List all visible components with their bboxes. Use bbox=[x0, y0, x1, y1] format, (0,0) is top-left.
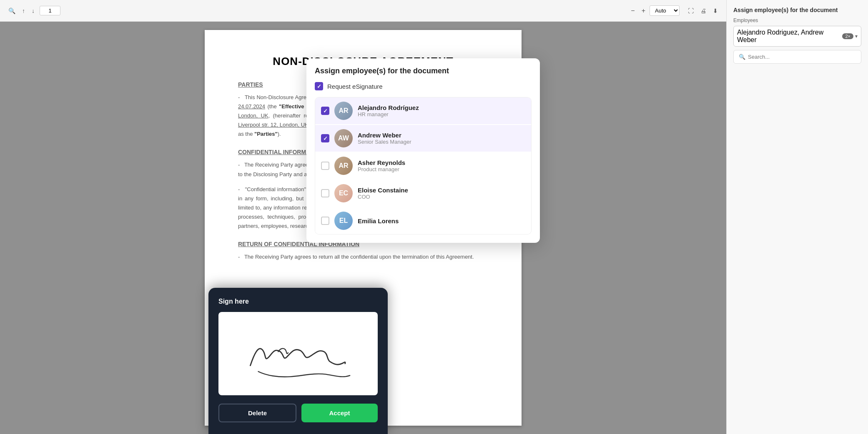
sign-modal: Sign here Delete Accept bbox=[208, 288, 388, 434]
download-icon[interactable]: ⬇ bbox=[711, 6, 720, 16]
search-icon[interactable]: 🔍 bbox=[7, 6, 17, 16]
emp-info-asher: Asher Reynolds Product manager bbox=[358, 159, 525, 172]
emp-name-alejandro: Alejandro Rodríguez bbox=[358, 104, 525, 111]
emp-role-asher: Product manager bbox=[358, 166, 525, 172]
checkbox-andrew[interactable] bbox=[321, 134, 329, 142]
zoom-out-button[interactable]: − bbox=[628, 6, 637, 15]
checkbox-asher[interactable] bbox=[321, 162, 329, 170]
zoom-select[interactable]: Auto 50% 75% 100% 125% 150% bbox=[650, 5, 680, 16]
emp-role-alejandro: HR manager bbox=[358, 111, 525, 117]
sign-modal-buttons: Delete Accept bbox=[218, 404, 378, 422]
pdf-toolbar: 🔍 ↑ ↓ 1 − + Auto 50% 75% 100% 125% 150% … bbox=[0, 0, 726, 22]
right-panel-title: Assign employee(s) for the document bbox=[733, 7, 861, 13]
emp-name-andrew: Andrew Weber bbox=[358, 132, 525, 139]
request-esig-row[interactable]: Request eSignature bbox=[315, 82, 532, 90]
search-icon: 🔍 bbox=[739, 54, 745, 60]
accept-button[interactable]: Accept bbox=[301, 404, 378, 422]
checkbox-eloise[interactable] bbox=[321, 189, 329, 197]
employee-item-alejandro[interactable]: AR Alejandro Rodríguez HR manager bbox=[315, 97, 531, 124]
toolbar-actions: ⛶ 🖨 ⬇ bbox=[686, 6, 720, 16]
emp-role-andrew: Senior Sales Manager bbox=[358, 139, 525, 145]
avatar-andrew: AW bbox=[334, 129, 353, 147]
page-up-icon[interactable]: ↑ bbox=[20, 6, 27, 16]
employee-item-asher[interactable]: AR Asher Reynolds Product manager bbox=[315, 152, 531, 179]
avatar-asher: AR bbox=[334, 157, 353, 175]
emp-info-andrew: Andrew Weber Senior Sales Manager bbox=[358, 132, 525, 145]
employee-item-eloise[interactable]: EC Eloise Constaine COO bbox=[315, 180, 531, 207]
emp-info-alejandro: Alejandro Rodríguez HR manager bbox=[358, 104, 525, 117]
avatar-eloise: EC bbox=[334, 184, 353, 202]
request-esig-label: Request eSignature bbox=[327, 83, 383, 90]
employee-tags: Alejandro Rodriguez, Andrew Weber bbox=[737, 29, 842, 44]
dropdown-title: Assign employee(s) for the document bbox=[315, 67, 532, 75]
employee-item-emilia[interactable]: EL Emilia Lorens bbox=[315, 207, 531, 234]
signature-area[interactable] bbox=[218, 312, 378, 395]
checkbox-alejandro[interactable] bbox=[321, 107, 329, 115]
page-number-input[interactable]: 1 bbox=[40, 6, 60, 15]
page-down-icon[interactable]: ↓ bbox=[30, 6, 36, 16]
checkbox-emilia[interactable] bbox=[321, 217, 329, 225]
selected-employees-text: Alejandro Rodriguez, Andrew Weber bbox=[737, 29, 842, 44]
search-box: 🔍 bbox=[733, 50, 861, 64]
zoom-in-button[interactable]: + bbox=[639, 6, 648, 15]
paragraph-return: - The Receiving Party agrees to return a… bbox=[238, 252, 488, 262]
emp-role-eloise: COO bbox=[358, 194, 525, 200]
request-esig-checkbox[interactable] bbox=[315, 82, 323, 90]
emp-info-emilia: Emilia Lorens bbox=[358, 217, 525, 224]
fullscreen-icon[interactable]: ⛶ bbox=[686, 6, 695, 16]
avatar-alejandro: AR bbox=[334, 102, 353, 120]
signature-svg bbox=[218, 312, 378, 395]
employee-item-andrew[interactable]: AW Andrew Weber Senior Sales Manager bbox=[315, 125, 531, 152]
delete-button[interactable]: Delete bbox=[218, 404, 296, 422]
emp-info-eloise: Eloise Constaine COO bbox=[358, 187, 525, 200]
right-panel: Assign employee(s) for the document Empl… bbox=[726, 0, 868, 434]
emp-name-eloise: Eloise Constaine bbox=[358, 187, 525, 194]
print-icon[interactable]: 🖨 bbox=[699, 6, 708, 16]
sign-modal-title: Sign here bbox=[218, 298, 378, 305]
search-input[interactable] bbox=[748, 54, 856, 60]
employees-label: Employees bbox=[733, 17, 861, 23]
emp-name-asher: Asher Reynolds bbox=[358, 159, 525, 166]
emp-name-emilia: Emilia Lorens bbox=[358, 217, 525, 224]
employee-list: AR Alejandro Rodríguez HR manager AW And… bbox=[315, 97, 532, 234]
badge-count: 2× bbox=[842, 33, 853, 39]
assign-dropdown: Assign employee(s) for the document Requ… bbox=[306, 58, 540, 243]
chevron-down-icon: ▾ bbox=[855, 33, 858, 39]
avatar-emilia: EL bbox=[334, 212, 353, 230]
zoom-controls: − + Auto 50% 75% 100% 125% 150% bbox=[628, 5, 680, 16]
employees-selector[interactable]: Alejandro Rodriguez, Andrew Weber 2× ▾ bbox=[733, 26, 861, 47]
